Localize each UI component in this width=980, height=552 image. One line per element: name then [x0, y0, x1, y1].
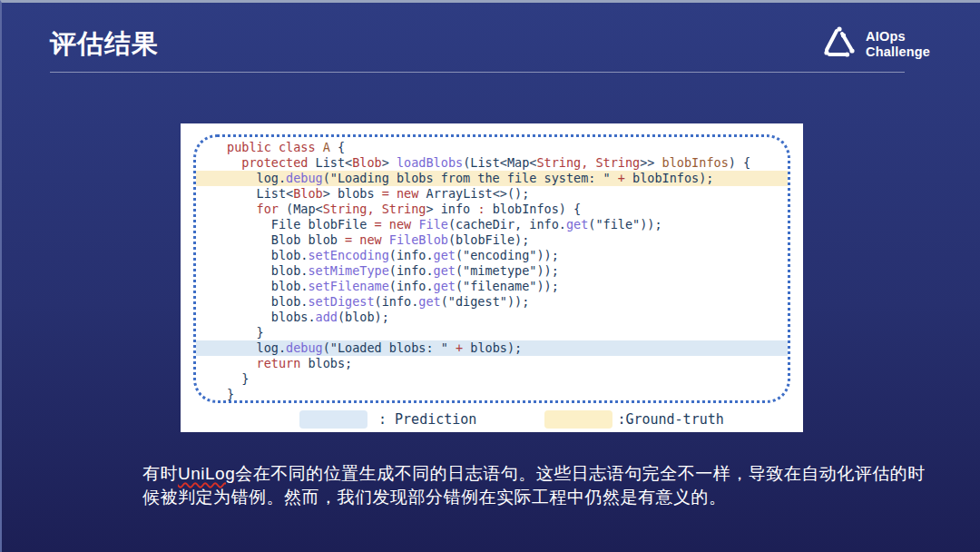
caption-text: 会在不同的位置生成不同的日志语句。这些日志语句完全不一样，导致在自动化评估的时 — [235, 464, 926, 483]
code-line: blob.setEncoding(info.get("encoding")); — [196, 248, 788, 263]
caption-unilog-term: UniLog — [178, 464, 235, 483]
aiops-challenge-logo: AIOps Challenge — [821, 25, 930, 64]
code-line: log.debug("Loaded blobs: " + blobs); — [196, 340, 788, 356]
prediction-label: : Prediction — [378, 411, 476, 428]
caption-line2: 候被判定为错例。然而，我们发现部分错例在实际工程中仍然是有意义的。 — [142, 486, 926, 509]
code-line: blob.setMimeType(info.get("mimetype")); — [196, 263, 788, 279]
code-line: List<Blob> blobs = new ArrayList<>(); — [196, 186, 788, 202]
caption-line1: 有时UniLog会在不同的位置生成不同的日志语句。这些日志语句完全不一样，导致在… — [142, 462, 926, 486]
prediction-color-swatch — [299, 410, 368, 429]
triangle-network-icon — [821, 25, 858, 64]
code-line: blob.setFilename(info.get("filename")); — [196, 279, 788, 294]
code-line: } — [196, 325, 788, 340]
ground-truth-color-swatch — [544, 410, 612, 429]
code-line: File blobFile = new File(cacheDir, info.… — [196, 217, 788, 232]
caption: 有时UniLog会在不同的位置生成不同的日志语句。这些日志语句完全不一样，导致在… — [142, 462, 926, 509]
code-line: protected List<Blob> loadBlobs(List<Map<… — [196, 155, 788, 171]
page-title: 评估结果 — [50, 26, 159, 63]
legend-item-prediction: : Prediction — [299, 410, 476, 429]
code-line: public class A { — [196, 140, 788, 155]
code-line: } — [196, 387, 788, 402]
code-line: log.debug("Loading blobs from the file s… — [196, 171, 788, 186]
legend-item-ground-truth: :Ground-truth — [544, 410, 723, 429]
logo-line1: AIOps — [866, 29, 906, 44]
code-block: public class A { protected List<Blob> lo… — [193, 134, 790, 403]
logo-text: AIOps Challenge — [866, 29, 930, 60]
code-line: blob.setDigest(info.get("digest")); — [196, 294, 788, 310]
code-line: Blob blob = new FileBlob(blobFile); — [196, 232, 788, 248]
legend: : Prediction :Ground-truth — [181, 410, 803, 429]
code-line: return blobs; — [196, 356, 788, 371]
code-line: } — [196, 371, 788, 387]
caption-text: 有时 — [142, 464, 178, 483]
ground-truth-label: :Ground-truth — [617, 411, 723, 428]
slide: 评估结果 AIOps Challenge public — [0, 0, 980, 552]
title-underline — [50, 72, 905, 73]
code-line: for (Map<String, String> info : blobInfo… — [196, 202, 788, 217]
logo-line2: Challenge — [866, 44, 930, 59]
code-line: blobs.add(blob); — [196, 310, 788, 325]
code-panel: public class A { protected List<Blob> lo… — [181, 123, 803, 432]
